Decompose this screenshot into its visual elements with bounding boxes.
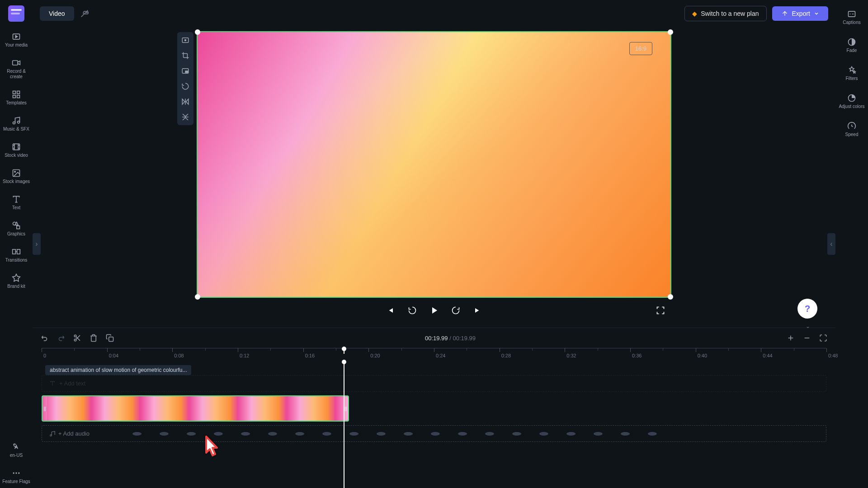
rotate-icon[interactable]: [180, 81, 191, 92]
canvas-area: 16:9 ? ⌄: [33, 27, 835, 328]
sidebar-label: Brand kit: [7, 284, 25, 289]
audio-track-icon: [49, 431, 56, 437]
aspect-ratio-badge[interactable]: 16:9: [629, 42, 652, 55]
add-text-track[interactable]: + Add text: [42, 375, 826, 392]
sidebar-brand-kit[interactable]: Brand kit: [2, 269, 31, 293]
sidebar-filters[interactable]: Filters: [837, 61, 866, 85]
undo-button[interactable]: [41, 334, 49, 342]
forward-button[interactable]: [449, 304, 462, 317]
sidebar-captions[interactable]: Captions: [837, 5, 866, 29]
app-logo[interactable]: [8, 5, 24, 22]
redo-button[interactable]: [57, 334, 65, 342]
svg-rect-4: [13, 95, 16, 98]
skip-end-button[interactable]: [471, 304, 484, 317]
sidebar-label: Text: [12, 205, 20, 211]
svg-rect-2: [13, 91, 16, 94]
video-title-button[interactable]: Video: [40, 6, 74, 21]
sidebar-speed[interactable]: Speed: [837, 117, 866, 141]
sidebar-locale[interactable]: en-US: [2, 438, 31, 462]
help-button[interactable]: ?: [797, 299, 817, 319]
sidebar-label: Your media: [5, 42, 28, 48]
sidebar-feature-flags[interactable]: Feature Flags: [2, 465, 31, 488]
sidebar-label: Graphics: [7, 231, 25, 237]
skip-start-button[interactable]: [384, 304, 397, 317]
upload-icon: [781, 10, 788, 17]
sidebar-stock-video[interactable]: Stock video: [2, 138, 31, 162]
sidebar-music-sfx[interactable]: Music & SFX: [2, 112, 31, 136]
video-clip[interactable]: || ||: [42, 395, 349, 422]
right-sidebar: Captions Fade Filters Adjust colors Spee…: [835, 0, 868, 488]
sidebar-text[interactable]: Text: [2, 191, 31, 214]
fit-icon[interactable]: [180, 35, 191, 46]
zoom-fit-button[interactable]: [819, 334, 827, 342]
sidebar-label: Templates: [6, 100, 27, 106]
svg-rect-3: [17, 91, 20, 94]
templates-icon: [11, 89, 21, 99]
svg-rect-13: [13, 249, 16, 254]
pip-icon[interactable]: [180, 66, 191, 76]
resize-handle-tl[interactable]: [195, 29, 200, 35]
graphics-icon: [11, 221, 21, 230]
ruler-tick: 0:16: [303, 348, 315, 358]
sidebar-stock-images[interactable]: Stock images: [2, 164, 31, 188]
sidebar-record-create[interactable]: Record & create: [2, 54, 31, 83]
playback-controls: [197, 298, 671, 323]
media-icon: [11, 32, 21, 42]
sidebar-your-media[interactable]: Your media: [2, 28, 31, 52]
diamond-icon: ◆: [692, 10, 697, 17]
export-label: Export: [792, 10, 810, 17]
svg-point-10: [14, 171, 15, 173]
fullscreen-button[interactable]: [654, 304, 667, 317]
sidebar-label: Speed: [845, 132, 859, 137]
switch-plan-button[interactable]: ◆ Switch to a new plan: [684, 6, 766, 21]
text-icon: [11, 194, 21, 204]
resize-handle-tr[interactable]: [668, 29, 673, 35]
ruler-tick: 0:36: [630, 348, 642, 358]
cloud-sync-icon[interactable]: [80, 9, 90, 19]
sidebar-graphics[interactable]: Graphics: [2, 217, 31, 240]
sidebar-label: Captions: [843, 20, 860, 25]
svg-rect-22: [185, 71, 188, 73]
music-icon: [11, 116, 21, 126]
current-time: 00:19.99: [425, 335, 448, 342]
sidebar-label: Filters: [845, 76, 858, 81]
svg-rect-25: [109, 337, 113, 342]
svg-point-6: [13, 122, 15, 124]
play-button[interactable]: [428, 304, 440, 317]
export-button[interactable]: Export: [772, 6, 828, 21]
add-audio-track[interactable]: + Add audio: [42, 425, 826, 442]
svg-point-7: [18, 121, 20, 123]
captions-icon: [847, 9, 857, 19]
text-track-icon: [49, 380, 56, 387]
sidebar-fade[interactable]: Fade: [837, 33, 866, 57]
video-canvas[interactable]: 16:9: [197, 31, 671, 298]
audio-waveform-placeholder: [132, 434, 821, 435]
sidebar-templates[interactable]: Templates: [2, 86, 31, 109]
timeline-ruler[interactable]: 00:040:080:120:160:200:240:280:320:360:4…: [42, 348, 826, 361]
time-separator: /: [448, 335, 453, 342]
collapse-panel-button[interactable]: ⌄: [806, 323, 810, 329]
flip-v-icon[interactable]: [180, 112, 191, 122]
zoom-in-button[interactable]: [787, 334, 795, 342]
crop-icon[interactable]: [180, 50, 191, 61]
clip-trim-left[interactable]: ||: [42, 396, 47, 421]
ruler-tick: 0:28: [500, 348, 511, 358]
playhead[interactable]: [344, 361, 344, 488]
clip-tooltip: abstract animation of slow motion of geo…: [45, 365, 191, 375]
sidebar-transitions[interactable]: Transitions: [2, 243, 31, 267]
expand-right-panel[interactable]: ‹: [827, 233, 835, 255]
locale-icon: [11, 442, 21, 452]
chevron-down-icon: [814, 11, 819, 16]
duplicate-button[interactable]: [106, 334, 114, 342]
svg-point-23: [74, 335, 76, 337]
svg-rect-27: [849, 11, 855, 17]
rewind-button[interactable]: [406, 304, 419, 317]
sidebar-adjust-colors[interactable]: Adjust colors: [837, 89, 866, 113]
delete-button[interactable]: [90, 334, 98, 342]
zoom-out-button[interactable]: [803, 334, 811, 342]
top-bar: Video ◆ Switch to a new plan Export: [33, 0, 835, 27]
timeline-area: 00:19.99 / 00:19.99 00:040:080:120:160:2…: [33, 328, 835, 488]
split-button[interactable]: [73, 334, 81, 342]
flip-h-icon[interactable]: [180, 96, 191, 107]
add-text-label: + Add text: [59, 380, 85, 387]
